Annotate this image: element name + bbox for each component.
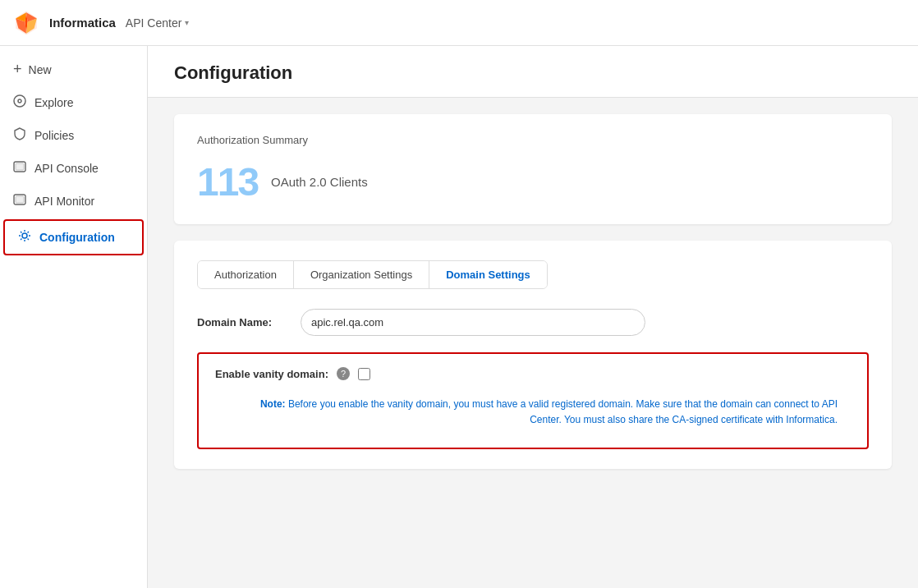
auth-summary-content: 113 OAuth 2.0 Clients — [197, 159, 869, 204]
main-content: Configuration Authorization Summary 113 … — [148, 46, 918, 588]
svg-rect-9 — [16, 163, 24, 170]
tab-domain-settings[interactable]: Domain Settings — [429, 261, 547, 288]
page-title: Configuration — [174, 62, 892, 84]
auth-client-count: 113 — [197, 159, 258, 204]
sidebar-item-configuration[interactable]: Configuration — [3, 219, 144, 255]
sidebar-item-new[interactable]: + New — [0, 53, 147, 86]
sidebar-item-label-explore: Explore — [34, 96, 73, 109]
sidebar-item-label-api-monitor: API Monitor — [34, 195, 94, 208]
page-header: Configuration — [148, 46, 918, 98]
auth-summary-card: Authorization Summary 113 OAuth 2.0 Clie… — [174, 114, 892, 224]
policies-icon — [13, 127, 26, 144]
explore-icon — [13, 94, 26, 111]
sidebar-new-label: New — [29, 63, 52, 76]
sidebar-item-policies[interactable]: Policies — [0, 119, 147, 152]
tab-authorization[interactable]: Authorization — [198, 261, 294, 288]
auth-client-label: OAuth 2.0 Clients — [271, 175, 368, 189]
topbar: Informatica API Center ▾ — [0, 0, 918, 46]
svg-point-6 — [14, 95, 25, 107]
api-console-icon — [13, 160, 26, 177]
sidebar-item-label-configuration: Configuration — [39, 231, 115, 244]
vanity-domain-box: Enable vanity domain: ? Note: Before you… — [197, 352, 869, 449]
app-name: Informatica — [49, 16, 116, 30]
note-label: Note: — [260, 398, 286, 410]
tabs-card: Authorization Organization Settings Doma… — [174, 241, 892, 469]
sidebar-item-label-policies: Policies — [34, 129, 74, 142]
domain-name-row: Domain Name: — [197, 309, 869, 336]
api-monitor-icon — [13, 193, 26, 209]
svg-rect-11 — [16, 196, 24, 203]
note-text: Note: Before you enable the vanity domai… — [228, 397, 838, 428]
svg-point-7 — [18, 99, 21, 103]
sidebar: + New Explore Policies API Console — [0, 46, 148, 588]
configuration-icon — [18, 229, 31, 246]
svg-point-12 — [22, 233, 27, 238]
help-icon[interactable]: ? — [337, 367, 350, 380]
domain-name-input[interactable] — [301, 309, 645, 336]
sidebar-item-api-console[interactable]: API Console — [0, 152, 147, 185]
app-center-label: API Center — [126, 16, 181, 30]
plus-icon: + — [13, 61, 22, 78]
vanity-domain-row: Enable vanity domain: ? — [215, 367, 851, 380]
vanity-domain-checkbox[interactable] — [358, 368, 370, 380]
note-area: Note: Before you enable the vanity domai… — [215, 390, 851, 434]
sidebar-item-label-api-console: API Console — [34, 162, 99, 175]
domain-name-label: Domain Name: — [197, 316, 287, 328]
vanity-domain-label: Enable vanity domain: — [215, 368, 328, 380]
content-area: Authorization Summary 113 OAuth 2.0 Clie… — [148, 98, 918, 485]
informatica-logo — [13, 10, 39, 36]
sidebar-item-explore[interactable]: Explore — [0, 86, 147, 119]
auth-summary-card-title: Authorization Summary — [197, 134, 869, 146]
tab-org-settings[interactable]: Organization Settings — [294, 261, 429, 288]
tabs-bar: Authorization Organization Settings Doma… — [197, 260, 548, 289]
layout: + New Explore Policies API Console — [0, 46, 918, 588]
sidebar-item-api-monitor[interactable]: API Monitor — [0, 185, 147, 218]
note-content: Before you enable the vanity domain, you… — [288, 398, 838, 425]
app-center-menu[interactable]: API Center ▾ — [126, 16, 189, 30]
chevron-down-icon: ▾ — [185, 18, 189, 27]
